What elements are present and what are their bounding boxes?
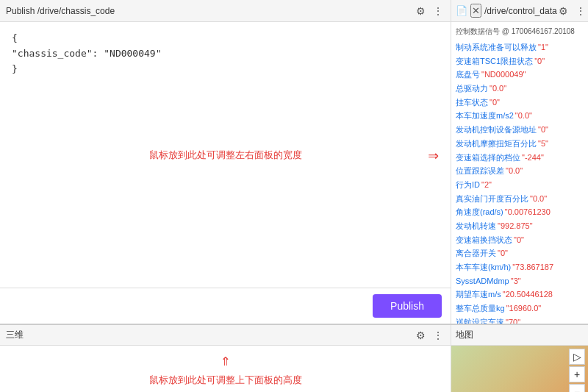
right-header: 📄 ✕ /drive/control_data ⚙ ⋮ [451, 0, 588, 22]
resize-hint-vertical-text: 鼠标放到此处可调整上下面板的高度 [149, 374, 302, 387]
more-icon[interactable]: ⋮ [431, 4, 445, 18]
list-item: 发动机摩擦扭矩百分比 "5" [456, 137, 584, 151]
data-key: 底盘号 [456, 68, 480, 82]
data-key: 行为ID [456, 178, 480, 192]
list-item: 底盘号 "ND000049" [456, 68, 584, 82]
list-item: 期望车速m/s "20.50446128 [456, 288, 584, 302]
right-header-left: 📄 ✕ /drive/control_data [456, 4, 557, 18]
signal-header: 控制数据信号 @ 1700646167.20108 [456, 25, 584, 38]
data-value: "0" [514, 233, 524, 247]
data-value: "-244" [522, 151, 544, 165]
list-item: 位置跟踪误差 "0.0" [456, 164, 584, 178]
data-key: 变速箱TSC1限扭状态 [456, 54, 533, 68]
data-key: 本车车速(km/h) [456, 260, 511, 274]
data-key: 离合器开关 [456, 246, 496, 260]
data-value: "0.0" [515, 109, 532, 123]
data-value: "0.0" [490, 82, 506, 96]
data-key: 位置跟踪误差 [456, 164, 504, 178]
editor-area[interactable]: { "chassis_code": "ND000049" } 鼠标放到此处可调整… [0, 22, 451, 288]
right-arrow-icon: ⇒ [429, 145, 439, 165]
publish-bar: Publish [0, 288, 451, 324]
resize-hint-horizontal: 鼠标放到此处可调整左右面板的宽度 [149, 149, 302, 162]
bottom-more-icon[interactable]: ⋮ [431, 328, 445, 343]
list-item: 变速箱换挡状态 "0" [456, 233, 584, 247]
data-key: 整车总质量kg [456, 302, 505, 316]
control-data-content: 控制数据信号 @ 1700646167.20108 制动系统准备可以释放 "1"… [451, 22, 588, 324]
list-item: 本车加速度m/s2 "0.0" [456, 109, 584, 123]
list-item: 巡航设定车速 "70" [456, 316, 584, 324]
data-value: "0" [538, 123, 548, 137]
data-value: "3" [511, 274, 521, 288]
map-zoom-out-button[interactable]: − [569, 384, 585, 392]
bottom-left-panel: 三维 ⚙ ⋮ ⇑ 鼠标放到此处可调整上下面板的高度 [0, 325, 451, 392]
data-key: SysstADMdmp [456, 274, 509, 288]
list-item: 发动机控制设备源地址 "0" [456, 123, 584, 137]
bottom-left-title: 三维 [6, 329, 24, 341]
close-icon[interactable]: ✕ [470, 4, 481, 18]
code-line-1: { [12, 31, 439, 46]
bottom-left-body: ⇑ 鼠标放到此处可调整上下面板的高度 [0, 346, 451, 392]
data-key: 发动机转速 [456, 219, 496, 233]
left-header: Publish /drive/chassis_code ⚙ ⋮ [0, 0, 451, 22]
bottom-right-header: 地图 [451, 325, 588, 346]
list-item: 行为ID "2" [456, 178, 584, 192]
data-value: "0.0" [506, 164, 523, 178]
publish-button[interactable]: Publish [373, 294, 442, 318]
right-panel: 📄 ✕ /drive/control_data ⚙ ⋮ 控制数据信号 @ 170… [451, 0, 588, 324]
list-item: SysstADMdmp "3" [456, 274, 584, 288]
list-item: 总驱动力 "0.0" [456, 82, 584, 96]
data-value: "992.875" [498, 219, 533, 233]
data-key: 期望车速m/s [456, 288, 501, 302]
gear-icon[interactable]: ⚙ [415, 4, 427, 18]
left-header-icons: ⚙ ⋮ [415, 4, 445, 18]
map-placeholder: ▷ + − [451, 346, 588, 392]
up-arrow-icon: ⇑ [220, 351, 230, 369]
left-panel-title: Publish /drive/chassis_code [6, 6, 115, 16]
list-item: 角速度(rad/s) "0.00761230 [456, 205, 584, 219]
map-area[interactable]: ▷ + − [451, 346, 588, 392]
code-line-2: "chassis_code": "ND000049" [12, 46, 439, 62]
data-key: 挂车状态 [456, 96, 488, 110]
data-key: 发动机摩擦扭矩百分比 [456, 137, 537, 151]
list-item: 变速箱选择的档位 "-244" [456, 151, 584, 165]
right-more-icon[interactable]: ⋮ [574, 4, 587, 18]
bottom-left-header: 三维 ⚙ ⋮ [0, 325, 451, 346]
resize-hint-horizontal-text: 鼠标放到此处可调整左右面板的宽度 [149, 149, 302, 162]
list-item: 离合器开关 "0" [456, 246, 584, 260]
data-key: 本车加速度m/s2 [456, 109, 514, 123]
left-panel: Publish /drive/chassis_code ⚙ ⋮ { "chass… [0, 0, 451, 324]
data-value: "5" [538, 137, 548, 151]
data-key: 真实油门开度百分比 [456, 192, 528, 206]
map-zoom-in-button[interactable]: + [569, 366, 585, 382]
data-key: 制动系统准备可以释放 [456, 40, 537, 54]
list-item: 挂车状态 "0" [456, 96, 584, 110]
data-value: "0.0" [530, 192, 547, 206]
data-key: 角速度(rad/s) [456, 205, 503, 219]
data-key: 总驱动力 [456, 82, 488, 96]
data-value: "0.00761230 [505, 205, 551, 219]
right-gear-icon[interactable]: ⚙ [557, 4, 570, 18]
bottom-right-panel: 地图 ▷ + − [451, 325, 588, 392]
data-value: "ND000049" [481, 68, 526, 82]
data-value: "1" [538, 40, 548, 54]
bottom-panel: 三维 ⚙ ⋮ ⇑ 鼠标放到此处可调整上下面板的高度 地图 ▷ + − [0, 324, 588, 392]
bottom-gear-icon[interactable]: ⚙ [415, 328, 427, 343]
data-key: 变速箱换挡状态 [456, 233, 512, 247]
data-key: 变速箱选择的档位 [456, 151, 520, 165]
data-key: 巡航设定车速 [456, 316, 504, 324]
code-line-3: } [12, 62, 439, 77]
list-item: 变速箱TSC1限扭状态 "0" [456, 54, 584, 68]
data-value: "2" [481, 178, 492, 192]
data-value: "0" [490, 96, 500, 110]
list-item: 制动系统准备可以释放 "1" [456, 40, 584, 54]
right-header-icons: ⚙ ⋮ [557, 4, 587, 18]
map-play-button[interactable]: ▷ [569, 349, 585, 365]
bottom-left-header-icons: ⚙ ⋮ [415, 328, 445, 343]
data-key: 发动机控制设备源地址 [456, 123, 537, 137]
data-value: "16960.0" [506, 302, 542, 316]
document-icon: 📄 [456, 5, 467, 16]
data-value: "73.867187 [512, 260, 553, 274]
bottom-right-title: 地图 [456, 329, 473, 341]
list-item: 整车总质量kg "16960.0" [456, 302, 584, 316]
list-item: 真实油门开度百分比 "0.0" [456, 192, 584, 206]
